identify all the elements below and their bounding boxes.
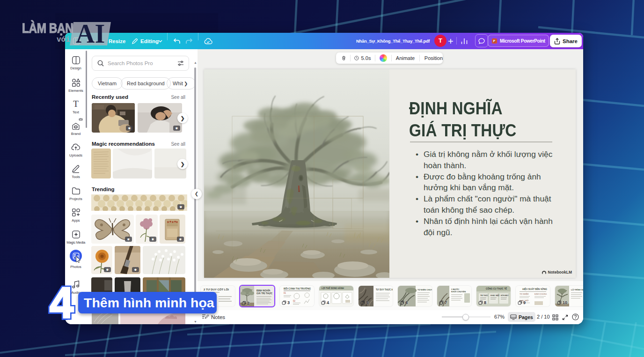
svg-text:TỪ ĐIỂN CHUYỂN: TỪ ĐIỂN CHUYỂN [417, 289, 432, 291]
svg-text:co: co [74, 126, 77, 128]
svg-text:TRI THỨC: TRI THỨC [480, 294, 489, 297]
svg-text:CÔNG CỤ THỰC TẾ: CÔNG CỤ THỰC TẾ [486, 287, 507, 290]
svg-text:KHÁC BIỆT: KHÁC BIỆT [490, 294, 500, 297]
svg-text:ĐÒN BẨY: ĐÒN BẨY [501, 294, 509, 297]
svg-text:LỢI THẾ SONG HÀNH: LỢI THẾ SONG HÀNH [322, 287, 344, 290]
svg-text:P: P [493, 39, 496, 42]
svg-text:GIÁ TRỊ THỰC: GIÁ TRỊ THỰC [256, 292, 273, 295]
svg-text:02: 02 [293, 300, 296, 302]
svg-text:KHỞI CHUYỂN: KHỞI CHUYỂN [451, 290, 466, 293]
svg-text:TƯ DUY THỰC HIỆN: TƯ DUY THỰC HIỆN [376, 288, 393, 291]
svg-text:HIỆU SUẤT BỀN VỮNG: HIỆU SUẤT BỀN VỮNG [522, 287, 547, 290]
svg-text:LỘ TRÌNH 90: LỘ TRÌNH 90 [571, 289, 583, 291]
svg-text:ĐỊNH VỊ ĐÚNG: ĐỊNH VỊ ĐÚNG [534, 293, 547, 295]
svg-text:BỐI CẢNH THỊ TRƯỜNG: BỐI CẢNH THỊ TRƯỜNG [284, 287, 311, 290]
svg-text:01: 01 [284, 292, 286, 294]
svg-text:2 TƯ DUY CỐT LÕI: 2 TƯ DUY CỐT LÕI [204, 288, 229, 291]
svg-text:TRI NHIỆM: TRI NHIỆM [520, 293, 528, 295]
